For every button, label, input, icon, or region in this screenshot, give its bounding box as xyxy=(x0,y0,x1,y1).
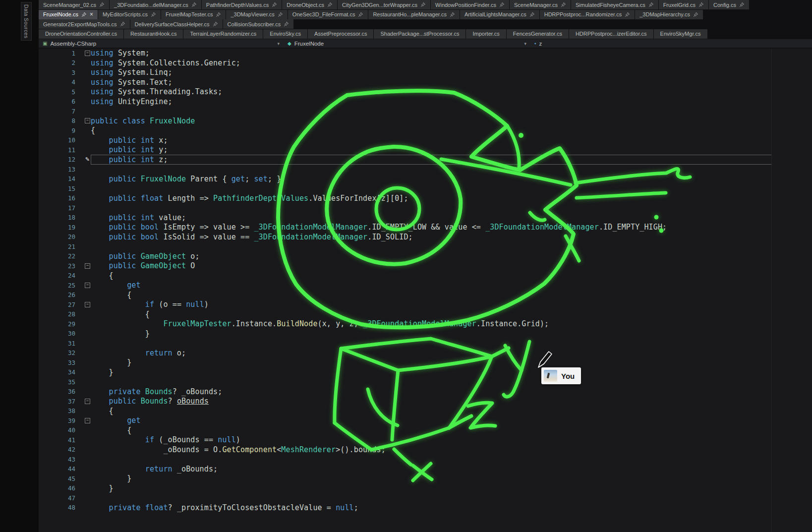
code-line-21[interactable]: 21 xyxy=(39,242,812,252)
pin-icon[interactable] xyxy=(151,12,156,17)
code-line-23[interactable]: 23− public GameObject O xyxy=(39,261,812,271)
pin-icon[interactable] xyxy=(81,12,87,17)
fold-collapse-icon[interactable]: − xyxy=(85,51,90,56)
code-line-39[interactable]: 39− get xyxy=(39,416,812,426)
code-line-44[interactable]: 44 return _oBounds; xyxy=(39,464,812,474)
code-line-19[interactable]: 19 public bool IsEmpty => value >= _3DFo… xyxy=(39,223,812,233)
code-line-34[interactable]: 34 } xyxy=(39,367,812,377)
pin-icon[interactable] xyxy=(561,2,566,7)
tab-fencesgenerator-cs[interactable]: FencesGenerator.cs xyxy=(507,29,569,39)
tab-collisionsubscriber-cs[interactable]: CollisionSubscriber.cs xyxy=(223,19,294,29)
code-line-17[interactable]: 17 xyxy=(39,203,812,213)
tab-enviroskymgr-cs[interactable]: EnviroSkyMgr.cs xyxy=(654,29,707,39)
pin-icon[interactable] xyxy=(499,2,505,7)
tab-terrainlayerrandomizer-cs[interactable]: TerrainLayerRandomizer.cs xyxy=(183,29,263,39)
tab-hdrppostproc-randomizer-cs[interactable]: HDRPPostproc...Randomizer.cs xyxy=(540,10,635,19)
fold-collapse-icon[interactable]: − xyxy=(85,418,90,423)
tab--3dmapviewer-cs[interactable]: _3DMapViewer.cs xyxy=(226,10,287,19)
code-line-25[interactable]: 25− get xyxy=(39,281,812,291)
pin-icon[interactable] xyxy=(450,12,455,17)
tab-fruxelmaptester-cs[interactable]: FruxelMapTester.cs xyxy=(161,10,226,19)
tab-scenemanager-02-cs[interactable]: SceneManager_02.cs xyxy=(39,0,109,9)
code-line-10[interactable]: 10 public int x; xyxy=(39,135,812,145)
code-line-33[interactable]: 33 } xyxy=(39,358,812,368)
fold-collapse-icon[interactable]: − xyxy=(85,118,90,123)
code-line-26[interactable]: 26 { xyxy=(39,290,812,300)
tab-hdrppostproc-izereditor-cs[interactable]: HDRPPostproc...izerEditor.cs xyxy=(569,29,653,39)
code-line-31[interactable]: 31 xyxy=(39,339,812,349)
code-line-27[interactable]: 27− if (o == null) xyxy=(39,300,812,310)
code-line-22[interactable]: 22 public GameObject o; xyxy=(39,251,812,261)
tab-droneobject-cs[interactable]: DroneObject.cs xyxy=(282,0,337,9)
code-line-14[interactable]: 14 public FruxelNode Parent { get; set; … xyxy=(39,174,812,184)
tab-onesec3d-fileformat-cs[interactable]: OneSec3D_FileFormat.cs xyxy=(288,10,368,19)
pin-icon[interactable] xyxy=(698,2,704,7)
pin-icon[interactable] xyxy=(327,2,333,7)
code-line-8[interactable]: 8−public class FruxelNode xyxy=(39,116,812,126)
tab-restauranthook-cs[interactable]: RestaurantHook.cs xyxy=(124,29,183,39)
pin-icon[interactable] xyxy=(625,12,630,17)
fold-column[interactable]: − xyxy=(79,263,91,269)
code-line-13[interactable]: 13 xyxy=(39,165,812,175)
code-line-9[interactable]: 9{ xyxy=(39,126,812,136)
code-line-2[interactable]: 2using System.Collections.Generic; xyxy=(39,58,812,68)
tab-generator2exportmaptools-cs[interactable]: Generator2ExportMapTools.cs xyxy=(39,19,130,29)
code-line-45[interactable]: 45 } xyxy=(39,474,812,484)
tab-pathfinderdepthvalues-cs[interactable]: PathfinderDepthValues.cs xyxy=(202,0,282,9)
tab-fruxelnode-cs[interactable]: FruxelNode.cs× xyxy=(39,10,98,19)
fold-column[interactable]: − xyxy=(79,51,91,56)
tab-droneorientationcontroller-cs[interactable]: DroneOrientationController.cs xyxy=(39,29,123,39)
code-line-40[interactable]: 40 { xyxy=(39,425,812,435)
code-line-11[interactable]: 11 public int y; xyxy=(39,145,812,155)
fold-column[interactable]: − xyxy=(79,399,91,404)
code-line-4[interactable]: 4using System.Text; xyxy=(39,77,812,87)
code-line-3[interactable]: 3using System.Linq; xyxy=(39,68,812,78)
code-line-30[interactable]: 30 } xyxy=(39,329,812,339)
pin-icon[interactable] xyxy=(278,12,283,17)
fold-collapse-icon[interactable]: − xyxy=(85,399,90,404)
code-line-18[interactable]: 18 public int value; xyxy=(39,213,812,223)
pin-icon[interactable] xyxy=(191,2,197,7)
tab-windowpositionfinder-cs[interactable]: WindowPositionFinder.cs xyxy=(431,0,509,9)
pin-icon[interactable] xyxy=(358,12,363,17)
sidebar-tab-data-sources[interactable]: Data Sources xyxy=(21,2,32,41)
code-line-20[interactable]: 20 public bool IsSolid => value == _3DFo… xyxy=(39,232,812,242)
code-line-48[interactable]: 48 private float? _proximityToClosestObs… xyxy=(39,503,812,513)
code-line-6[interactable]: 6using UnityEngine; xyxy=(39,97,812,107)
code-line-15[interactable]: 15 xyxy=(39,184,812,194)
tab-restaurantho-plemanager-cs[interactable]: RestaurantHo...pleManager.cs xyxy=(368,10,460,19)
pin-icon[interactable] xyxy=(216,12,221,17)
tab-scenemanager-cs[interactable]: SceneManager.cs xyxy=(510,0,571,9)
code-line-16[interactable]: 16 public float Length => PathfinderDept… xyxy=(39,193,812,203)
code-line-1[interactable]: 1−using System; xyxy=(39,49,812,59)
code-line-24[interactable]: 24 { xyxy=(39,271,812,281)
pin-icon[interactable] xyxy=(693,12,698,17)
pin-icon[interactable] xyxy=(272,2,277,7)
fold-column[interactable]: − xyxy=(79,418,91,423)
pin-icon[interactable] xyxy=(99,2,105,7)
tab-myeditorscripts-cs[interactable]: MyEditorScripts.cs xyxy=(98,10,161,19)
fold-collapse-icon[interactable]: − xyxy=(85,302,90,307)
member-dropdown[interactable]: ▪ z xyxy=(530,39,812,48)
tab-fruxelgrid-cs[interactable]: FruxelGrid.cs xyxy=(659,0,708,9)
code-line-37[interactable]: 37− public Bounds? oBounds xyxy=(39,397,812,407)
fold-column[interactable]: − xyxy=(79,283,91,288)
code-line-36[interactable]: 36 private Bounds? _oBounds; xyxy=(39,387,812,397)
tab--3dmaphierarchy-cs[interactable]: _3DMapHierarchy.cs xyxy=(635,10,703,19)
code-line-43[interactable]: 43 xyxy=(39,455,812,465)
code-line-42[interactable]: 42 _oBounds = O.GetComponent<MeshRendere… xyxy=(39,445,812,455)
tab-envirosky-cs[interactable]: EnviroSky.cs xyxy=(263,29,307,39)
code-line-32[interactable]: 32 return o; xyxy=(39,348,812,358)
code-line-7[interactable]: 7 xyxy=(39,107,812,117)
code-line-47[interactable]: 47 xyxy=(39,493,812,503)
code-line-35[interactable]: 35 xyxy=(39,377,812,387)
fold-column[interactable]: − xyxy=(79,302,91,307)
code-line-29[interactable]: 29 FruxelMapTester.Instance.BuildNode(x,… xyxy=(39,319,812,329)
tab-importer-cs[interactable]: Importer.cs xyxy=(466,29,506,39)
code-line-12[interactable]: 12✎ public int z; xyxy=(39,155,812,165)
pin-icon[interactable] xyxy=(420,2,426,7)
tab-deliverysurfaceclasshelper-cs[interactable]: DeliverySurfaceClassHelper.cs xyxy=(130,19,223,29)
fold-collapse-icon[interactable]: − xyxy=(85,283,90,288)
code-line-5[interactable]: 5using System.Threading.Tasks; xyxy=(39,87,812,97)
pin-icon[interactable] xyxy=(120,21,125,27)
